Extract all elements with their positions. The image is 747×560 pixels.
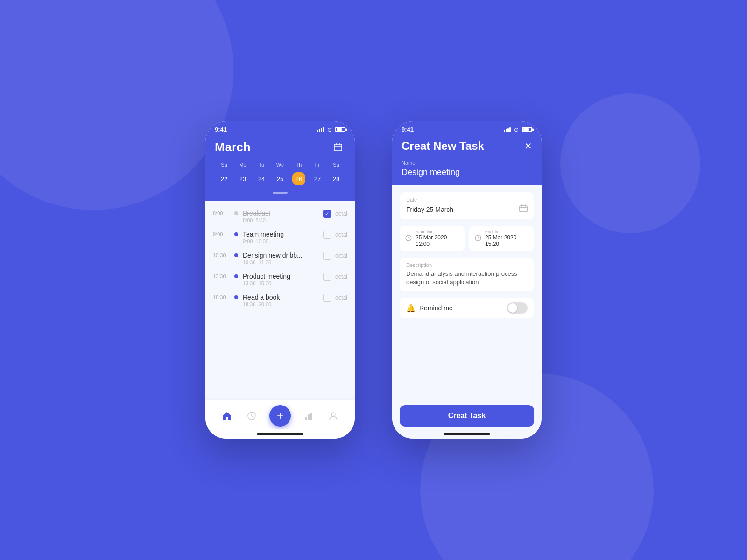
schedule-content: Product meeting 13:30–15:30: [243, 273, 318, 286]
end-time-value: 25 Mar 2020 15:20: [485, 234, 529, 247]
schedule-content: Breakfast 8:00–8:30: [243, 210, 318, 223]
detal-link[interactable]: detal: [335, 231, 347, 238]
status-icons-1: ⊙: [317, 126, 345, 133]
phones-container: 9:41 ⊙ March: [205, 121, 542, 439]
nav-chart-icon[interactable]: [302, 409, 315, 422]
nav-plus-button[interactable]: +: [269, 405, 291, 427]
home-bar: [205, 429, 355, 439]
date-section[interactable]: Date Friday 25 March: [400, 192, 534, 219]
schedule-actions[interactable]: detal: [323, 294, 347, 302]
remind-toggle[interactable]: [507, 302, 528, 314]
schedule-name: Read a book: [243, 294, 318, 301]
nav-clock-icon[interactable]: [245, 409, 258, 422]
checkbox[interactable]: [323, 210, 331, 218]
svg-rect-7: [520, 206, 527, 212]
task-title: Creat New Task: [402, 140, 484, 153]
bell-icon: 🔔: [406, 304, 416, 313]
checkbox[interactable]: [323, 252, 331, 260]
checkbox[interactable]: [323, 273, 331, 281]
svg-rect-4: [308, 414, 310, 420]
end-time-box[interactable]: End time 25 Mar 2020 15:20: [469, 226, 534, 251]
signal-icon-2: [504, 127, 511, 132]
end-time-label: End time: [485, 230, 529, 234]
time-row: Start time 25 Mar 2020 12:00 End time 25…: [400, 226, 534, 251]
checkbox[interactable]: [323, 231, 331, 239]
schedule-time: 13:30: [213, 273, 230, 279]
task-header: Creat New Task ✕ Name Design meeting: [392, 136, 542, 185]
detal-link[interactable]: detal: [335, 273, 347, 280]
schedule-range: 9:00–10:00: [243, 238, 318, 244]
schedule-name: Product meeting: [243, 273, 318, 280]
remind-section[interactable]: 🔔 Remind me: [400, 298, 534, 318]
status-bar-2: 9:41 ⊙: [392, 121, 542, 136]
description-section: Description Demand analysis and interact…: [400, 258, 534, 291]
schedule-time: 9:00: [213, 231, 230, 237]
status-bar-1: 9:41 ⊙: [205, 121, 355, 136]
calendar-icon-btn[interactable]: [331, 140, 345, 154]
weekdays-row: Su Mo Tu We Th Fr Sa: [215, 160, 345, 169]
status-time-2: 9:41: [402, 126, 414, 133]
schedule-actions[interactable]: detal: [323, 231, 347, 239]
list-item: 13:30 Product meeting 13:30–15:30 detal: [205, 269, 355, 290]
toggle-knob: [508, 303, 517, 313]
detal-link[interactable]: detal: [335, 252, 347, 259]
task-form-body: Date Friday 25 March: [392, 185, 542, 399]
close-button[interactable]: ✕: [524, 140, 532, 152]
schedule-time: 10:30: [213, 252, 230, 258]
nav-user-icon[interactable]: [327, 409, 340, 422]
name-field-label: Name: [402, 160, 532, 166]
schedule-actions[interactable]: detal: [323, 210, 347, 218]
home-indicator-2: [444, 433, 490, 435]
schedule-range: 18:30–20:00: [243, 301, 318, 307]
schedule-dot: [234, 211, 238, 215]
bg-decor-3: [560, 93, 700, 233]
schedule-time: 8:00: [213, 210, 230, 216]
start-time-content: Start time 25 Mar 2020 12:00: [416, 230, 459, 247]
schedule-content: Read a book 18:30–20:00: [243, 294, 318, 307]
dates-row[interactable]: 22 23 24 25 26 27 28: [215, 169, 345, 188]
checkbox[interactable]: [323, 294, 331, 302]
date-calendar-icon[interactable]: [519, 204, 528, 215]
start-time-clock-icon: [405, 235, 412, 243]
wifi-icon-2: ⊙: [514, 126, 519, 133]
svg-rect-0: [334, 144, 342, 151]
list-item: 8:00 Breakfast 8:00–8:30 detal: [205, 206, 355, 227]
detal-link[interactable]: detal: [335, 294, 347, 301]
schedule-dot: [234, 295, 238, 299]
svg-point-6: [331, 413, 335, 416]
schedule-range: 10:30–11:30: [243, 259, 318, 265]
list-item: 10:30 Densign new dribb... 10:30–11:30 d…: [205, 248, 355, 269]
battery-icon: [335, 127, 345, 132]
name-field-value: Design meeting: [402, 168, 532, 177]
schedule-actions[interactable]: detal: [323, 252, 347, 260]
schedule-actions[interactable]: detal: [323, 273, 347, 281]
start-time-value: 25 Mar 2020 12:00: [416, 234, 459, 247]
list-item: 9:00 Team meeting 9:00–10:00 detal: [205, 227, 355, 248]
schedule-dot: [234, 232, 238, 236]
home-indicator: [257, 433, 303, 435]
schedule-body: 8:00 Breakfast 8:00–8:30 detal 9:00 Team…: [205, 201, 355, 400]
schedule-name: Team meeting: [243, 231, 318, 238]
battery-icon-2: [522, 127, 532, 132]
task-footer: Creat Task: [392, 399, 542, 429]
start-time-box[interactable]: Start time 25 Mar 2020 12:00: [400, 226, 465, 251]
bottom-nav[interactable]: +: [205, 400, 355, 429]
schedule-name: Densign new dribb...: [243, 252, 318, 259]
schedule-dot: [234, 274, 238, 278]
month-title: March: [215, 140, 251, 154]
active-date[interactable]: 26: [292, 172, 305, 185]
signal-icon: [317, 127, 324, 132]
description-label: Description: [406, 262, 528, 268]
nav-home-icon[interactable]: [220, 409, 233, 422]
svg-rect-3: [305, 417, 307, 420]
home-bar-2: [392, 429, 542, 439]
detal-link[interactable]: detal: [335, 210, 347, 217]
list-item: 18:30 Read a book 18:30–20:00 detal: [205, 290, 355, 311]
create-task-button[interactable]: Creat Task: [400, 405, 534, 427]
wifi-icon: ⊙: [327, 126, 332, 133]
date-label: Date: [406, 197, 528, 203]
schedule-name: Breakfast: [243, 210, 318, 217]
remind-label: Remind me: [419, 304, 453, 312]
description-value: Demand analysis and interaction process …: [406, 270, 528, 287]
phone-create-task: 9:41 ⊙ Creat New Task ✕ Name: [392, 121, 542, 439]
